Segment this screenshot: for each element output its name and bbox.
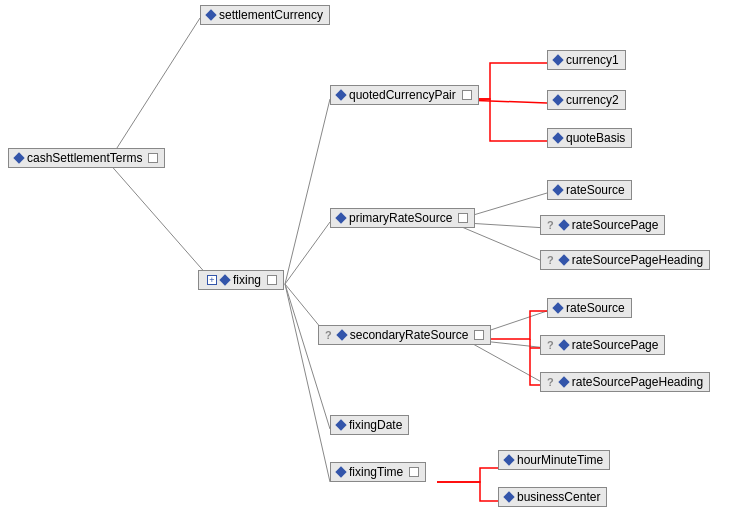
diamond-icon [336,329,347,340]
diamond-icon [552,184,563,195]
optional-icon: ? [325,329,332,341]
svg-line-1 [108,162,215,284]
node-label: fixingTime [349,465,403,479]
node-label: secondaryRateSource [350,328,469,342]
expand-icon[interactable] [474,330,484,340]
optional-icon: ? [547,219,554,231]
diamond-icon [503,491,514,502]
diamond-icon [558,339,569,350]
diamond-icon [503,454,514,465]
expand-icon[interactable] [458,213,468,223]
node-label: rateSource [566,301,625,315]
node-label: rateSource [566,183,625,197]
node-rateSourcePage1[interactable]: ? rateSourcePage [540,215,665,235]
expand-icon[interactable] [267,275,277,285]
svg-line-13 [464,339,547,385]
node-label: rateSourcePageHeading [572,253,703,267]
svg-line-0 [108,18,200,162]
node-businessCenter[interactable]: businessCenter [498,487,607,507]
node-fixingTime[interactable]: fixingTime [330,462,426,482]
svg-line-5 [285,284,330,429]
node-label: currency2 [566,93,619,107]
node-rateSource1[interactable]: rateSource [547,180,632,200]
node-label: quotedCurrencyPair [349,88,456,102]
node-rateSourcePageHeading1[interactable]: ? rateSourcePageHeading [540,250,710,270]
optional-icon: ? [547,376,554,388]
node-hourMinuteTime[interactable]: hourMinuteTime [498,450,610,470]
diamond-icon [335,419,346,430]
diamond-icon [558,376,569,387]
svg-line-10 [450,222,547,263]
expand-icon[interactable] [409,467,419,477]
node-primaryRateSource[interactable]: primaryRateSource [330,208,475,228]
diamond-icon [335,212,346,223]
diamond-icon [552,94,563,105]
node-rateSource2[interactable]: rateSource [547,298,632,318]
node-fixingDate[interactable]: fixingDate [330,415,409,435]
diamond-icon [335,89,346,100]
svg-line-2 [285,99,330,284]
node-label: quoteBasis [566,131,625,145]
diamond-icon [552,54,563,65]
node-currency1[interactable]: currency1 [547,50,626,70]
expand-icon[interactable] [148,153,158,163]
node-quotedCurrencyPair[interactable]: quotedCurrencyPair [330,85,479,105]
diamond-icon [335,466,346,477]
node-label: cashSettlementTerms [27,151,142,165]
optional-icon: ? [547,254,554,266]
node-label: fixing [233,273,261,287]
node-secondaryRateSource[interactable]: ? secondaryRateSource [318,325,491,345]
diamond-icon [13,152,24,163]
node-currency2[interactable]: currency2 [547,90,626,110]
node-label: primaryRateSource [349,211,452,225]
node-fixing[interactable]: + fixing [198,270,284,290]
diamond-icon [558,254,569,265]
node-label: currency1 [566,53,619,67]
node-quoteBasis[interactable]: quoteBasis [547,128,632,148]
svg-line-3 [285,222,330,284]
node-label: rateSourcePageHeading [572,375,703,389]
diamond-icon [205,9,216,20]
diamond-icon [558,219,569,230]
node-cashSettlementTerms[interactable]: cashSettlementTerms [8,148,165,168]
node-rateSourcePage2[interactable]: ? rateSourcePage [540,335,665,355]
node-label: hourMinuteTime [517,453,603,467]
diamond-icon [552,132,563,143]
node-label: rateSourcePage [572,218,659,232]
node-rateSourcePageHeading2[interactable]: ? rateSourcePageHeading [540,372,710,392]
node-settlementCurrency[interactable]: settlementCurrency [200,5,330,25]
svg-line-6 [285,284,330,482]
diamond-icon [552,302,563,313]
node-label: fixingDate [349,418,402,432]
plus-expand-icon[interactable]: + [207,275,217,285]
node-label: rateSourcePage [572,338,659,352]
expand-icon[interactable] [462,90,472,100]
diamond-icon [219,274,230,285]
node-label: businessCenter [517,490,600,504]
node-label: settlementCurrency [219,8,323,22]
optional-icon: ? [547,339,554,351]
